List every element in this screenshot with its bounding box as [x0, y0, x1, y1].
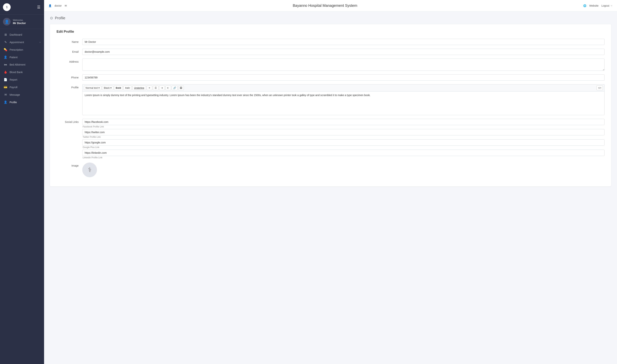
twitter-wrap: Twitter Profile Link — [82, 129, 604, 138]
sidebar-item-payroll[interactable]: 💳 Payroll — [0, 83, 44, 91]
sidebar-item-prescription[interactable]: 💊 Prescription — [0, 46, 44, 53]
logout-link[interactable]: Logout → — [601, 4, 613, 7]
top-bar-right: 🌐 Website Logout → — [583, 4, 613, 7]
name-row: Name — [57, 39, 604, 45]
chevron-right-icon: › — [40, 41, 40, 43]
page-header: ⊙ Profile — [50, 16, 611, 20]
card-title: Edit Profile — [57, 30, 604, 34]
username-text: Mr Doctor — [13, 22, 26, 25]
sidebar-item-label: Bed Allotment — [10, 63, 25, 66]
twitter-input[interactable] — [82, 129, 604, 135]
social-links-label: Social Links — [57, 119, 78, 123]
dashboard-icon: ⊞ — [4, 33, 7, 36]
social-links-row: Social Links Facebook Profile Link Twitt… — [57, 119, 604, 159]
linkedin-hint: Linkedin Profile Link — [82, 156, 604, 159]
sidebar-item-blood-bank[interactable]: 🩸 Blood Bank — [0, 68, 44, 76]
phone-row: Phone — [57, 74, 604, 81]
indent-button[interactable]: ⇥ — [159, 86, 165, 90]
unordered-list-button[interactable]: ≡ — [147, 86, 152, 90]
main-content: 👤 doctor ✉ Bayanno Hospital Management S… — [44, 0, 617, 364]
mail-icon[interactable]: ✉ — [65, 4, 67, 7]
address-label: Address — [57, 59, 78, 63]
logout-label: Logout — [601, 4, 609, 7]
linkedin-input[interactable] — [82, 150, 604, 156]
italic-button[interactable]: Italic — [123, 86, 132, 90]
email-row: Email — [57, 49, 604, 55]
user-label: doctor — [54, 4, 62, 7]
top-bar: 👤 doctor ✉ Bayanno Hospital Management S… — [44, 0, 617, 11]
profile-row: Profile Normal text ▾ Black ▾ Bold Itali… — [57, 84, 604, 115]
google-hint: Google Plus Link — [82, 146, 604, 149]
sidebar-item-patient[interactable]: 👤 Patient — [0, 53, 44, 61]
sidebar-item-report[interactable]: 📄 Report — [0, 76, 44, 83]
website-icon: 🌐 — [583, 4, 586, 7]
linkedin-wrap: Linkedin Profile Link — [82, 150, 604, 159]
sidebar-item-label: Profile — [10, 101, 17, 104]
hamburger-button[interactable]: ☰ — [36, 4, 41, 10]
address-input[interactable] — [82, 59, 604, 71]
top-bar-left: 👤 doctor ✉ — [49, 4, 67, 7]
sidebar-item-bed-allotment[interactable]: 🛏 Bed Allotment — [0, 61, 44, 68]
profile-avatar-preview: ⚕ — [82, 163, 97, 177]
name-label: Name — [57, 39, 78, 43]
appointment-icon: ✎ — [4, 40, 7, 44]
image-insert-button[interactable]: 🖼 — [178, 86, 184, 90]
facebook-input[interactable] — [82, 119, 604, 125]
sidebar-item-profile[interactable]: 👤 Profile — [0, 98, 44, 106]
sidebar-logo: ⚕ — [3, 3, 11, 11]
rich-text-toolbar: Normal text ▾ Black ▾ Bold Italic Underl… — [82, 84, 604, 91]
payroll-icon: 💳 — [4, 85, 7, 89]
logo-icon: ⚕ — [6, 5, 8, 9]
message-icon: ✉ — [4, 93, 7, 96]
google-wrap: Google Plus Link — [82, 139, 604, 149]
sidebar-item-label: Payroll — [10, 86, 17, 89]
sidebar-nav: ⊞ Dashboard ✎ Appointment › 💊 Prescripti… — [0, 29, 44, 364]
profile-icon: 👤 — [4, 101, 7, 104]
text-color-label: Black — [104, 87, 110, 89]
sidebar-item-label: Blood Bank — [10, 71, 23, 74]
page-header-title: Profile — [55, 16, 65, 20]
phone-input[interactable] — [82, 74, 604, 81]
email-input[interactable] — [82, 49, 604, 55]
ordered-list-button[interactable]: ☰ — [153, 86, 158, 90]
profile-content[interactable]: Lorem Ipsum is simply dummy text of the … — [82, 91, 604, 115]
user-icon: 👤 — [49, 4, 51, 7]
outdent-button[interactable]: ⇤ — [166, 86, 171, 90]
sidebar-header: ⚕ ☰ — [0, 0, 44, 14]
text-style-label: Normal text — [86, 87, 98, 89]
name-input[interactable] — [82, 39, 604, 45]
chevron-down-icon: ▾ — [98, 87, 100, 89]
logout-icon: → — [610, 4, 613, 7]
google-input[interactable] — [82, 139, 604, 146]
sidebar: ⚕ ☰ 👤 Welcome, Mr Doctor ⊞ Dashboard ✎ A… — [0, 0, 44, 364]
sidebar-item-appointment[interactable]: ✎ Appointment › — [0, 38, 44, 46]
text-style-dropdown[interactable]: Normal text ▾ — [84, 86, 101, 90]
website-link[interactable]: Website — [589, 4, 598, 7]
welcome-text: Welcome, — [13, 19, 26, 22]
patient-icon: 👤 — [4, 55, 7, 59]
edit-profile-card: Edit Profile Name Email Address Phone — [50, 24, 611, 186]
text-color-dropdown[interactable]: Black ▾ — [102, 86, 113, 90]
sidebar-item-label: Patient — [10, 56, 18, 59]
sidebar-item-label: Prescription — [10, 48, 23, 51]
sidebar-item-label: Dashboard — [10, 33, 22, 36]
content-area: ⊙ Profile Edit Profile Name Email Addres… — [44, 11, 617, 364]
image-row: Image ⚕ — [57, 163, 604, 177]
facebook-wrap: Facebook Profile Link — [82, 119, 604, 128]
link-button[interactable]: 🔗 — [172, 86, 178, 90]
prescription-icon: 💊 — [4, 48, 7, 52]
underline-button[interactable]: Underline — [132, 86, 146, 90]
sidebar-item-dashboard[interactable]: ⊞ Dashboard — [0, 31, 44, 38]
app-title: Bayanno Hospital Management System — [67, 3, 583, 8]
source-code-button[interactable]: </> — [596, 86, 603, 90]
avatar: 👤 — [3, 18, 11, 26]
sidebar-item-message[interactable]: ✉ Message — [0, 91, 44, 98]
sidebar-user: 👤 Welcome, Mr Doctor — [0, 14, 44, 29]
bold-button[interactable]: Bold — [114, 86, 123, 90]
phone-label: Phone — [57, 74, 78, 79]
social-links-group: Facebook Profile Link Twitter Profile Li… — [82, 119, 604, 159]
chevron-down-icon: ▾ — [110, 87, 112, 89]
sidebar-item-label: Appointment — [10, 41, 24, 44]
twitter-hint: Twitter Profile Link — [82, 136, 604, 138]
email-label: Email — [57, 49, 78, 53]
